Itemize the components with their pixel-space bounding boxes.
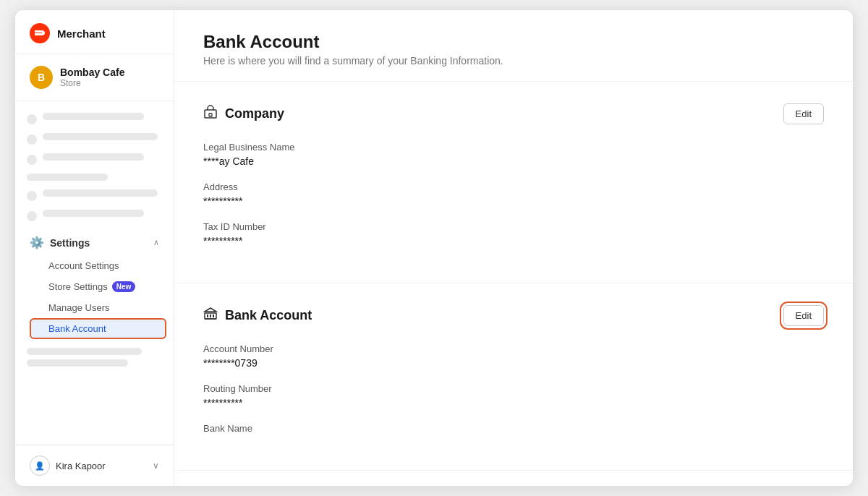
page-title: Bank Account [203,32,824,52]
brand-label: Merchant [57,27,106,40]
bank-account-section: Bank Account Edit Account Number *******… [174,283,853,471]
merchant-profile: B Bombay Cafe Store [15,54,174,101]
skeleton-group-2 [15,189,174,223]
settings-sub-items: Account Settings Store Settings New Mana… [22,255,166,339]
sidebar-item-bank-account[interactable]: Bank Account [30,318,166,339]
user-avatar: 👤 [30,456,50,476]
company-edit-button[interactable]: Edit [783,103,824,124]
merchant-name: Bombay Cafe [60,67,124,78]
bank-icon [203,307,218,325]
tax-id-value: ********** [203,235,824,247]
routing-number-value: ********** [203,397,824,409]
user-icon: 👤 [35,461,45,471]
store-settings-label: Store Settings [48,281,108,292]
svg-rect-2 [209,114,212,116]
sidebar-item-store-settings[interactable]: Store Settings New [30,276,166,297]
company-section-header: Company Edit [203,103,824,124]
skeleton-divider [27,174,108,181]
manage-users-label: Manage Users [48,302,110,313]
skeleton-icon [27,211,37,221]
sidebar-header: Merchant [15,10,174,54]
app-container: Merchant B Bombay Cafe Store [14,9,854,487]
skeleton-icon [27,134,37,145]
merchant-info: Bombay Cafe Store [60,67,124,88]
tax-id-field: Tax ID Number ********** [203,221,824,247]
address-value: ********** [203,195,824,207]
sidebar-footer[interactable]: 👤 Kira Kapoor ∨ [15,445,174,486]
skeleton-icon [27,191,37,201]
main-content: Bank Account Here is where you will find… [174,10,853,486]
sidebar-item-account-settings[interactable]: Account Settings [30,255,166,276]
skeleton-text [43,133,158,140]
sidebar-item-manage-users[interactable]: Manage Users [30,297,166,318]
chevron-up-icon: ∧ [153,238,159,247]
skeleton-icon [27,114,37,124]
legal-name-label: Legal Business Name [203,142,824,153]
company-title-wrap: Company [203,105,284,123]
bank-account-label: Bank Account [48,323,106,334]
bank-title-wrap: Bank Account [203,307,312,325]
skeleton-group-1 [15,113,174,166]
account-number-field: Account Number ********0739 [203,343,824,369]
skeleton-icon [27,155,37,165]
page-header: Bank Account Here is where you will find… [174,10,853,82]
routing-number-field: Routing Number ********** [203,383,824,409]
bank-name-label: Bank Name [203,423,824,434]
account-settings-label: Account Settings [48,260,119,271]
sidebar: Merchant B Bombay Cafe Store [15,10,174,486]
skeleton-text [43,113,144,120]
company-section-title: Company [225,106,284,121]
tax-id-label: Tax ID Number [203,221,824,232]
skeleton-text [43,210,144,217]
bank-section-title: Bank Account [225,308,312,323]
sidebar-nav: ⚙️ Settings ∧ Account Settings Store Set… [15,101,174,445]
new-badge: New [112,281,136,292]
merchant-role: Store [60,78,124,88]
address-label: Address [203,181,824,192]
legal-name-field: Legal Business Name ****ay Cafe [203,142,824,167]
svg-rect-6 [213,315,214,317]
settings-nav-section: ⚙️ Settings ∧ Account Settings Store Set… [15,230,174,339]
skeleton-text [43,153,144,161]
account-number-label: Account Number [203,343,824,354]
settings-nav-label: Settings [50,237,148,249]
settings-nav-header[interactable]: ⚙️ Settings ∧ [22,230,166,255]
user-name: Kira Kapoor [56,461,147,471]
company-section: Company Edit Legal Business Name ****ay … [174,82,853,283]
merchant-avatar: B [30,66,53,89]
legal-name-value: ****ay Cafe [203,155,824,167]
account-number-value: ********0739 [203,357,824,369]
bank-section-header: Bank Account Edit [203,305,824,326]
address-field: Address ********** [203,181,824,207]
gear-icon: ⚙️ [30,236,44,249]
svg-rect-4 [207,315,208,317]
skeleton-text-bot [27,348,142,355]
doordash-logo-icon [30,23,50,43]
skeleton-text [43,189,158,197]
svg-rect-5 [210,315,211,317]
bank-name-field: Bank Name [203,423,824,434]
chevron-down-icon: ∨ [153,461,159,471]
routing-number-label: Routing Number [203,383,824,394]
page-subtitle: Here is where you will find a summary of… [203,55,824,67]
skeleton-text-bot2 [27,359,128,367]
company-icon [203,105,218,123]
bank-edit-button[interactable]: Edit [783,305,824,326]
